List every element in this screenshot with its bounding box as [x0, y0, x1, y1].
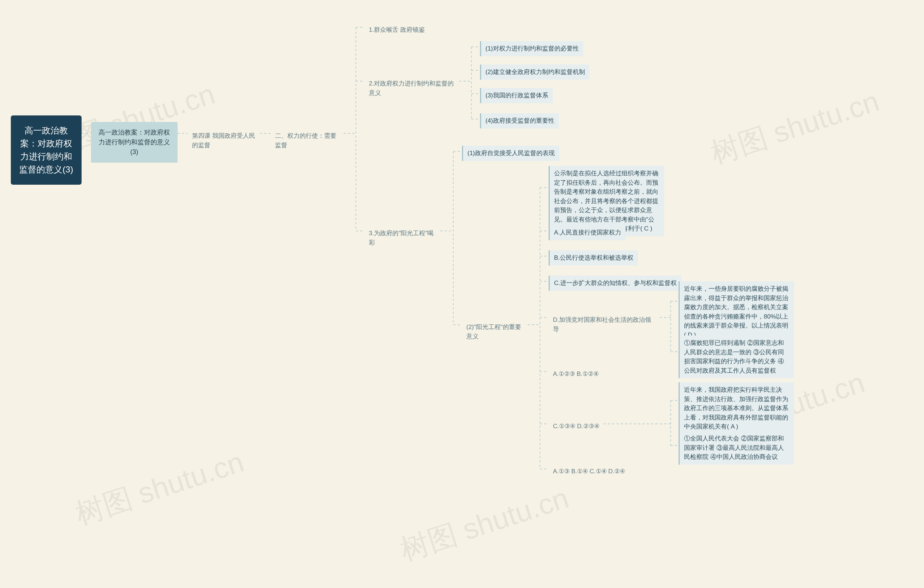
- section2-node: 二、权力的行使：需要监督: [271, 128, 346, 153]
- b3-2-c-node: C.进一步扩大群众的知情权、参与权和监督权: [549, 276, 681, 291]
- b2-1-node: (1)对权力进行制约和监督的必要性: [480, 41, 583, 56]
- b2-2-node: (2)建立健全政府权力制约和监督机制: [480, 64, 589, 80]
- b3-1-node: (1)政府自觉接受人民监督的表现: [462, 146, 559, 161]
- root-node: 高一政治教案：对政府权力进行制约和监督的意义(3): [11, 115, 82, 185]
- b2-node: 2.对政府权力进行制约和监督的意义: [365, 76, 462, 100]
- b3-2-b-node: B.公民行使选举权和被选举权: [549, 250, 638, 265]
- sub1-node: 高一政治教案：对政府权力进行制约和监督的意义(3): [91, 122, 178, 163]
- ans-cd-opts-node: ①全国人民代表大会 ②国家监察部和国家审计署 ③最高人民法院和最高人民检察院 ④…: [678, 431, 794, 464]
- b3-2-d-node: D.加强党对国家和社会生活的政治领导: [549, 312, 660, 336]
- watermark: 树图 shutu.cn: [70, 443, 249, 534]
- watermark: 树图 shutu.cn: [395, 479, 574, 570]
- b2-3-node: (3)我国的行政监督体系: [480, 88, 553, 103]
- b3-node: 3.为政府的"阳光工程"喝彩: [365, 226, 444, 250]
- b3-2-node: (2)"阳光工程"的重要意义: [462, 320, 531, 344]
- b3-2-d-opts-node: ①腐败犯罪已得到遏制 ②国家意志和人民群众的意志是一致的 ③公民有同损害国家利益…: [678, 336, 794, 378]
- b1-node: 1.群众喉舌 政府镜鉴: [365, 22, 429, 38]
- b2-4-node: (4)政府接受监督的重要性: [480, 113, 559, 128]
- b3-2-a-node: A.人民直接行使国家权力: [549, 225, 625, 240]
- ans-final-node: A.①③ B.①④ C.①④ D.②④: [549, 464, 629, 479]
- lesson-node: 第四课 我国政府受人民的监督: [188, 128, 264, 153]
- ans-ab-node: A.①②③ B.①②④: [549, 367, 603, 382]
- ans-cd-q-node: 近年来，我国政府把实行科学民主决策、推进依法行政、加强行政监督作为政府工作的三项…: [678, 382, 794, 434]
- b3-2-d-q-node: 近年来，一些身居要职的腐败分子被揭露出来，得益于群众的举报和国家惩治腐败力度的加…: [678, 282, 794, 343]
- ans-cd-node: C.①③④ D.②③④: [549, 419, 604, 434]
- watermark: 树图 shutu.cn: [706, 82, 884, 173]
